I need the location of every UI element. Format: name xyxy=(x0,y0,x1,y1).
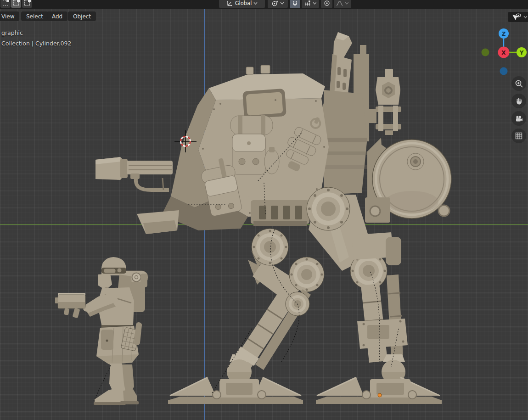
zoom-icon xyxy=(515,79,523,88)
viewport-3d[interactable] xyxy=(0,9,528,420)
snap-toggle-button[interactable] xyxy=(290,0,300,8)
menu-add[interactable]: Add xyxy=(47,11,67,21)
menu-select[interactable]: Select xyxy=(21,11,48,21)
select-box-set-button[interactable] xyxy=(0,0,11,8)
zoom-button[interactable] xyxy=(511,76,526,91)
pivot-point-dropdown[interactable] xyxy=(268,0,288,8)
chevron-down-icon xyxy=(253,2,258,5)
pivot-point-icon xyxy=(271,0,278,7)
svg-text:Y: Y xyxy=(519,50,524,56)
select-box-subtract-button[interactable] xyxy=(22,0,32,8)
grid-icon xyxy=(515,132,523,140)
svg-text:X: X xyxy=(501,50,506,56)
falloff-curve-icon xyxy=(336,0,343,6)
pan-hand-button[interactable] xyxy=(511,94,526,108)
proportional-editing-button[interactable] xyxy=(321,0,332,8)
transform-orientation-dropdown[interactable]: Global xyxy=(219,0,265,8)
camera-icon xyxy=(515,114,523,123)
camera-view-button[interactable] xyxy=(511,111,526,126)
navigation-gizmo[interactable]: Z Y X xyxy=(477,22,528,77)
select-box-icon xyxy=(3,0,8,6)
blender-window: { "topbar": { "tool_buttons": [ {"name":… xyxy=(0,0,528,420)
snap-increment-icon xyxy=(304,0,311,6)
topbar: Global xyxy=(0,0,528,9)
chevron-down-icon xyxy=(523,16,528,18)
object-visibility-dropdown[interactable] xyxy=(508,12,528,22)
menu-object[interactable]: Object xyxy=(68,11,96,21)
proportional-falloff-dropdown[interactable] xyxy=(334,0,351,8)
select-box-extend-icon xyxy=(13,0,19,6)
hand-icon xyxy=(515,97,523,106)
chevron-down-icon xyxy=(280,2,284,5)
transform-orientation-label: Global xyxy=(235,0,252,6)
snap-target-dropdown[interactable] xyxy=(302,0,319,8)
chevron-down-icon xyxy=(313,2,317,5)
menu-view[interactable]: View xyxy=(0,11,19,21)
select-box-subtract-icon xyxy=(24,0,30,6)
magnet-icon xyxy=(292,0,298,6)
eye-cursor-icon xyxy=(512,13,522,21)
gizmo-axis-z[interactable]: Z xyxy=(499,28,509,39)
view-name-label: graphic xyxy=(1,29,23,36)
active-object-breadcrumb: Collection | Cylinder.092 xyxy=(1,40,71,47)
gizmo-axis-y[interactable]: Y xyxy=(517,47,527,57)
chevron-down-icon xyxy=(345,2,349,5)
gizmo-axis-x[interactable]: X xyxy=(498,47,510,58)
gizmo-axis-neg-z[interactable] xyxy=(500,67,508,75)
gizmo-axis-neg-y[interactable] xyxy=(482,49,489,56)
proportional-editing-icon xyxy=(324,0,330,6)
ortho-grid-button[interactable] xyxy=(511,129,526,143)
svg-text:Z: Z xyxy=(502,31,506,37)
orientation-axes-icon xyxy=(226,0,233,7)
select-box-extend-button[interactable] xyxy=(11,0,21,8)
